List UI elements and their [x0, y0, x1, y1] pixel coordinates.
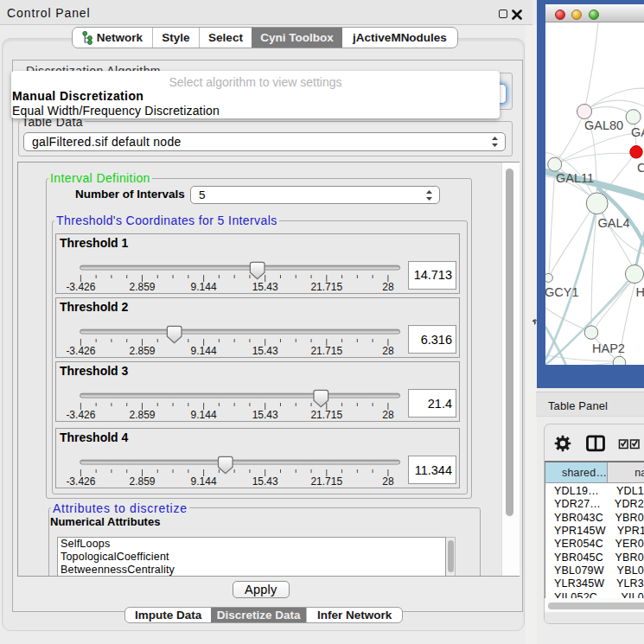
svg-text:21.715: 21.715	[310, 345, 342, 357]
svg-text:-3.426: -3.426	[66, 281, 95, 293]
svg-text:2.859: 2.859	[129, 345, 155, 357]
svg-text:15.43: 15.43	[252, 345, 278, 357]
svg-text:9.144: 9.144	[191, 409, 217, 421]
svg-text:GAL11: GAL11	[556, 171, 594, 185]
svg-text:-3.426: -3.426	[66, 345, 95, 357]
svg-text:GCY1: GCY1	[545, 285, 579, 299]
svg-text:21.715: 21.715	[310, 475, 342, 488]
svg-text:2.859: 2.859	[129, 281, 155, 293]
svg-text:-3.426: -3.426	[66, 475, 95, 488]
svg-text:HAP2: HAP2	[592, 341, 625, 355]
svg-text:28: 28	[382, 409, 394, 421]
svg-text:2.859: 2.859	[129, 409, 155, 421]
svg-text:28: 28	[382, 281, 394, 293]
svg-text:-3.426: -3.426	[66, 409, 95, 421]
svg-text:H: H	[636, 285, 644, 299]
svg-text:28: 28	[382, 345, 394, 357]
svg-text:GAL80: GAL80	[584, 118, 623, 132]
svg-text:15.43: 15.43	[252, 281, 278, 293]
svg-text:2.859: 2.859	[129, 475, 155, 488]
svg-text:GAL4: GAL4	[598, 216, 630, 230]
svg-text:9.144: 9.144	[191, 345, 217, 357]
svg-text:CY: CY	[637, 161, 644, 175]
svg-text:21.715: 21.715	[310, 409, 342, 421]
svg-text:28: 28	[382, 475, 394, 488]
svg-text:21.715: 21.715	[310, 281, 342, 293]
svg-text:9.144: 9.144	[191, 475, 217, 488]
svg-text:9.144: 9.144	[191, 281, 217, 293]
svg-text:15.43: 15.43	[252, 409, 278, 421]
svg-text:15.43: 15.43	[252, 475, 278, 488]
svg-text:GA: GA	[631, 125, 644, 139]
